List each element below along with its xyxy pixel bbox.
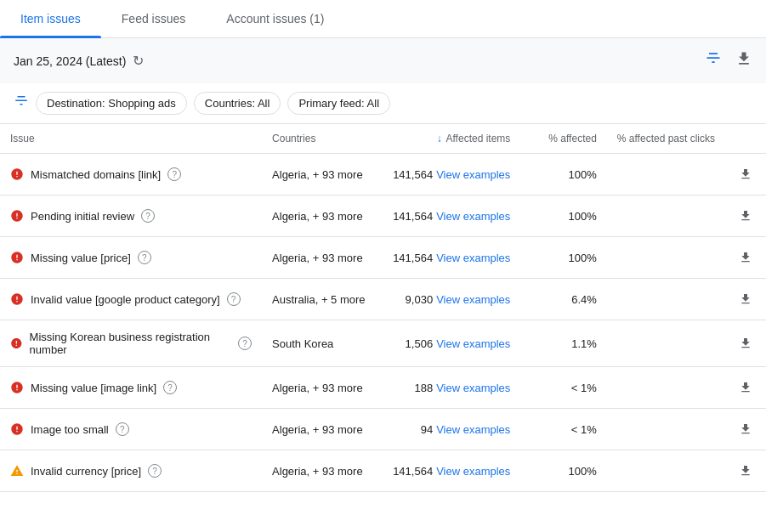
affected-items-cell: 188 View examples [383, 367, 520, 409]
download-icon[interactable] [735, 50, 752, 71]
pct-past-clicks-cell [607, 237, 725, 279]
view-examples-link[interactable]: View examples [436, 465, 510, 478]
filter-funnel-icon [14, 93, 29, 113]
countries-cell: Algeria, + 93 more [262, 154, 383, 195]
affected-count: 141,564 [393, 252, 433, 264]
error-circle-icon [10, 337, 23, 350]
filter-destination[interactable]: Destination: Shopping ads [36, 92, 187, 115]
error-circle-icon [10, 381, 24, 394]
countries-cell: Algeria, + 93 more [262, 409, 383, 450]
pct-affected-cell: 100% [520, 195, 606, 237]
pct-past-clicks-cell [607, 195, 725, 237]
col-header-issue: Issue [0, 124, 262, 154]
table-row: Invalid currency [price] ? Algeria, + 93… [0, 450, 766, 492]
issue-cell: Missing value [price] ? [0, 237, 262, 279]
help-icon[interactable]: ? [116, 422, 129, 436]
issue-cell: Image too small ? [0, 409, 262, 450]
pct-affected-cell: 100% [520, 450, 606, 492]
col-header-download [725, 124, 766, 154]
affected-items-cell: 9,030 View examples [383, 279, 520, 320]
issue-name: Mismatched domains [link] [31, 168, 161, 181]
refresh-icon[interactable]: ↻ [133, 53, 144, 69]
issue-name: Invalid currency [price] [31, 465, 141, 478]
countries-cell: Algeria, + 93 more [262, 237, 383, 279]
view-examples-link[interactable]: View examples [436, 210, 510, 223]
table-row: Mismatched domains [link] ? Algeria, + 9… [0, 154, 766, 195]
pct-affected-cell: 100% [520, 237, 606, 279]
view-examples-link[interactable]: View examples [436, 252, 510, 264]
help-icon[interactable]: ? [138, 251, 151, 264]
countries-cell: Australia, + 5 more [262, 279, 383, 320]
row-download-button[interactable] [735, 206, 756, 226]
issue-cell: Missing value [image link] ? [0, 367, 262, 409]
issue-cell: Missing Korean business registration num… [0, 320, 262, 367]
sort-arrow-icon: ↓ [437, 133, 442, 144]
row-download-cell [725, 367, 766, 409]
filter-row: Destination: Shopping ads Countries: All… [0, 83, 766, 124]
view-examples-link[interactable]: View examples [436, 337, 510, 350]
pct-affected-cell: 6.4% [520, 279, 606, 320]
affected-items-cell: 1,506 View examples [383, 320, 520, 367]
row-download-button[interactable] [735, 377, 756, 398]
row-download-cell [725, 450, 766, 492]
error-circle-icon [10, 251, 24, 264]
help-icon[interactable]: ? [148, 464, 162, 478]
issue-name: Pending initial review [31, 210, 134, 223]
issue-name: Missing value [price] [31, 252, 131, 264]
pct-affected-cell: 100% [520, 154, 606, 195]
issue-cell: Pending initial review ? [0, 195, 262, 237]
col-header-pct-past: % affected past clicks [607, 124, 725, 154]
row-download-button[interactable] [735, 461, 756, 481]
help-icon[interactable]: ? [163, 381, 177, 394]
error-circle-icon [10, 167, 24, 181]
row-download-button[interactable] [735, 164, 756, 184]
affected-items-cell: 94 View examples [383, 409, 520, 450]
table-row: Invalid value [google product category] … [0, 279, 766, 320]
help-icon[interactable]: ? [167, 167, 181, 181]
row-download-button[interactable] [735, 333, 756, 354]
table-row: Missing Korean business registration num… [0, 320, 766, 367]
view-examples-link[interactable]: View examples [436, 423, 510, 436]
affected-count: 94 [421, 423, 433, 436]
pct-affected-cell: < 1% [520, 409, 606, 450]
help-icon[interactable]: ? [227, 292, 241, 306]
pct-past-clicks-cell [607, 320, 725, 367]
issue-name: Invalid value [google product category] [31, 293, 220, 306]
countries-cell: Algeria, + 93 more [262, 450, 383, 492]
issue-cell: Invalid value [google product category] … [0, 279, 262, 320]
table-row: Missing value [price] ? Algeria, + 93 mo… [0, 237, 766, 279]
tab-account-issues[interactable]: Account issues (1) [206, 0, 344, 37]
table-row: Pending initial review ? Algeria, + 93 m… [0, 195, 766, 237]
col-header-affected[interactable]: ↓ Affected items [383, 124, 520, 154]
row-download-button[interactable] [735, 419, 756, 439]
issue-name: Missing Korean business registration num… [30, 331, 231, 356]
view-examples-link[interactable]: View examples [436, 168, 510, 181]
row-download-button[interactable] [735, 247, 756, 268]
pct-past-clicks-cell [607, 154, 725, 195]
affected-items-cell: 141,564 View examples [383, 195, 520, 237]
issue-cell: Mismatched domains [link] ? [0, 154, 262, 195]
issue-cell: Invalid currency [price] ? [0, 450, 262, 492]
header-actions [705, 50, 752, 71]
error-circle-icon [10, 422, 24, 436]
filter-icon[interactable] [705, 50, 722, 71]
help-icon[interactable]: ? [141, 209, 155, 223]
tab-feed-issues[interactable]: Feed issues [101, 0, 206, 37]
affected-count: 141,564 [393, 210, 433, 223]
header-date: Jan 25, 2024 (Latest) ↻ [14, 53, 144, 69]
affected-count: 1,506 [406, 337, 434, 350]
affected-items-cell: 141,564 View examples [383, 237, 520, 279]
error-circle-icon [10, 209, 24, 223]
row-download-button[interactable] [735, 289, 756, 309]
filter-countries[interactable]: Countries: All [194, 92, 281, 115]
table-row: Missing value [image link] ? Algeria, + … [0, 367, 766, 409]
tab-item-issues[interactable]: Item issues [0, 0, 101, 37]
affected-count: 188 [414, 382, 433, 394]
filter-primary-feed[interactable]: Primary feed: All [287, 92, 390, 115]
view-examples-link[interactable]: View examples [436, 382, 510, 394]
help-icon[interactable]: ? [238, 337, 252, 350]
row-download-cell [725, 279, 766, 320]
row-download-cell [725, 195, 766, 237]
countries-cell: Algeria, + 93 more [262, 195, 383, 237]
view-examples-link[interactable]: View examples [436, 293, 510, 306]
